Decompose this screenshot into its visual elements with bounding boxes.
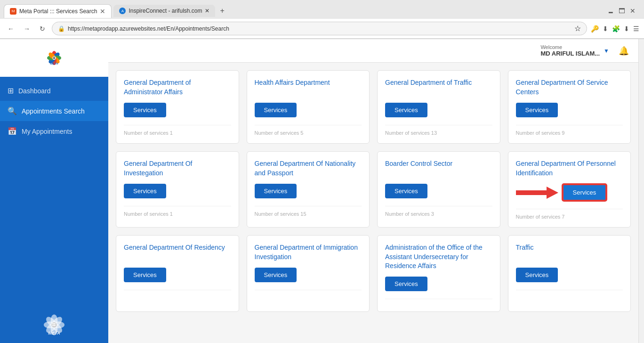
card-card1: General Department of Administrator Affa… xyxy=(116,70,239,144)
services-button-card12[interactable]: Services xyxy=(516,268,558,282)
password-manager-icon: 🔑 xyxy=(591,25,599,33)
lock-icon: 🔒 xyxy=(58,25,65,32)
tab-2[interactable]: A InspireConnect - arifulsh.com ✕ xyxy=(113,5,215,17)
services-button-card5[interactable]: Services xyxy=(124,184,166,198)
cards-grid: General Department of Administrator Affa… xyxy=(116,70,631,312)
bookmark-icon[interactable]: ☆ xyxy=(574,24,581,33)
card-footer-card8: Number of services 7 xyxy=(516,209,623,220)
svg-marker-30 xyxy=(516,187,558,199)
num-services-label-card7: Number of services xyxy=(385,211,431,217)
nav-actions: 🔑 ⬇ 🧩 ⬇ ☰ xyxy=(591,25,639,33)
card-footer-card7: Number of services 3 xyxy=(385,206,492,217)
maximize-button[interactable]: 🗖 xyxy=(619,7,625,15)
sidebar-item-dashboard[interactable]: ⊞ Dashboard xyxy=(0,81,108,101)
svg-point-23 xyxy=(52,322,57,327)
svg-rect-9 xyxy=(53,57,54,58)
num-services-label-card4: Number of services xyxy=(516,130,562,136)
card-footer-card11 xyxy=(385,299,492,304)
url-input[interactable] xyxy=(68,25,572,32)
card-card11: Administration of the Office of the Assi… xyxy=(377,235,500,312)
card-card2: Health Affairs DepartmentServicesNumber … xyxy=(247,70,370,144)
tab-close-1[interactable]: ✕ xyxy=(100,8,105,15)
num-services-label-card8: Number of services xyxy=(516,214,562,220)
card-card7: Boarder Control SectorServicesNumber of … xyxy=(377,151,500,228)
card-title-card3: General Department of Traffic xyxy=(385,78,492,97)
card-title-card2: Health Affairs Department xyxy=(255,78,362,97)
services-button-card11[interactable]: Services xyxy=(385,277,427,291)
sidebar-item-my-appointments[interactable]: 📅 My Appointments xyxy=(0,121,108,141)
services-button-card8[interactable]: Services xyxy=(562,184,607,201)
svg-text:متي: متي xyxy=(52,328,56,331)
sidebar-item-appointments-search[interactable]: 🔍 Appointments Search xyxy=(0,101,108,121)
card-footer-card5: Number of services 1 xyxy=(124,206,231,217)
card-card9: General Department Of ResidencyServices xyxy=(116,235,239,312)
services-button-card2[interactable]: Services xyxy=(255,103,297,117)
card-card4: General Department Of Service CentersSer… xyxy=(508,70,631,144)
svg-rect-27 xyxy=(54,325,56,326)
card-title-card5: General Department Of Investegation xyxy=(124,159,231,178)
sidebar-logo: META متي xyxy=(0,39,108,77)
card-btn-wrapper-card1: Services xyxy=(124,103,231,117)
forward-button[interactable]: → xyxy=(21,23,33,34)
card-title-card6: General Department Of Nationality and Pa… xyxy=(255,159,362,178)
card-footer-card1: Number of services 1 xyxy=(124,125,231,136)
back-button[interactable]: ← xyxy=(5,23,17,34)
extensions-icon[interactable]: ⬇ xyxy=(624,25,629,33)
card-card10: General Department of Immigration Invest… xyxy=(247,235,370,312)
minimize-button[interactable]: 🗕 xyxy=(607,7,614,15)
welcome-info: Welcome MD ARIFUL ISLAM... xyxy=(540,44,600,57)
svg-rect-12 xyxy=(54,58,55,59)
card-title-card1: General Department of Administrator Affa… xyxy=(124,78,231,97)
num-services-label-card1: Number of services xyxy=(124,130,170,136)
tab-close-2[interactable]: ✕ xyxy=(205,8,209,14)
notification-bell-icon[interactable]: 🔔 xyxy=(619,46,629,56)
svg-rect-10 xyxy=(54,57,55,58)
services-button-card7[interactable]: Services xyxy=(385,184,427,198)
scrollbar-track[interactable] xyxy=(638,39,644,343)
num-services-value-card3: 13 xyxy=(431,130,437,136)
svg-rect-25 xyxy=(54,323,56,324)
card-btn-wrapper-card4: Services xyxy=(516,103,623,117)
tab-label-2: InspireConnect - arifulsh.com xyxy=(129,8,202,14)
user-dropdown-arrow[interactable]: ▼ xyxy=(604,48,609,54)
card-title-card10: General Department of Immigration Invest… xyxy=(255,243,362,262)
new-tab-button[interactable]: + xyxy=(215,4,229,18)
svg-rect-26 xyxy=(52,325,54,326)
card-footer-card6: Number of services 15 xyxy=(255,206,362,217)
num-services-value-card6: 15 xyxy=(300,211,306,217)
download-icon[interactable]: ⬇ xyxy=(603,25,608,33)
card-card6: General Department Of Nationality and Pa… xyxy=(247,151,370,228)
menu-icon[interactable]: ☰ xyxy=(633,25,639,33)
card-footer-card3: Number of services 13 xyxy=(385,125,492,136)
num-services-value-card8: 7 xyxy=(562,214,564,220)
card-card5: General Department Of InvestegationServi… xyxy=(116,151,239,228)
close-button[interactable]: ✕ xyxy=(630,7,636,15)
app: META متي ⊞ Dashboard 🔍 Appointments Sear… xyxy=(0,39,644,343)
calendar-icon: 📅 xyxy=(8,127,17,136)
svg-rect-11 xyxy=(53,58,54,59)
num-services-value-card5: 1 xyxy=(170,211,173,217)
services-button-card6[interactable]: Services xyxy=(255,184,297,198)
card-btn-wrapper-card8: Services xyxy=(516,184,623,201)
card-footer-card4: Number of services 9 xyxy=(516,125,623,136)
services-button-card4[interactable]: Services xyxy=(516,103,558,117)
extension-icon[interactable]: 🧩 xyxy=(612,25,620,33)
num-services-value-card4: 9 xyxy=(562,130,564,136)
services-button-card1[interactable]: Services xyxy=(124,103,166,117)
card-btn-wrapper-card2: Services xyxy=(255,103,362,117)
tab-label-1: Meta Portal ::: Services Search xyxy=(19,8,97,15)
card-btn-wrapper-card10: Services xyxy=(255,268,362,282)
header-bar: Welcome MD ARIFUL ISLAM... ▼ 🔔 xyxy=(108,39,638,63)
card-btn-wrapper-card6: Services xyxy=(255,184,362,198)
card-btn-wrapper-card3: Services xyxy=(385,103,492,117)
num-services-value-card2: 5 xyxy=(300,130,303,136)
refresh-button[interactable]: ↻ xyxy=(37,23,48,34)
services-button-card10[interactable]: Services xyxy=(255,268,297,282)
svg-point-8 xyxy=(52,56,56,60)
sidebar-footer-logo: META متي xyxy=(0,306,108,343)
services-button-card9[interactable]: Services xyxy=(124,268,166,282)
welcome-section: Welcome MD ARIFUL ISLAM... ▼ 🔔 xyxy=(540,44,629,57)
active-tab[interactable]: M Meta Portal ::: Services Search ✕ xyxy=(4,4,112,18)
services-button-card3[interactable]: Services xyxy=(385,103,427,117)
card-footer-card10 xyxy=(255,290,362,295)
